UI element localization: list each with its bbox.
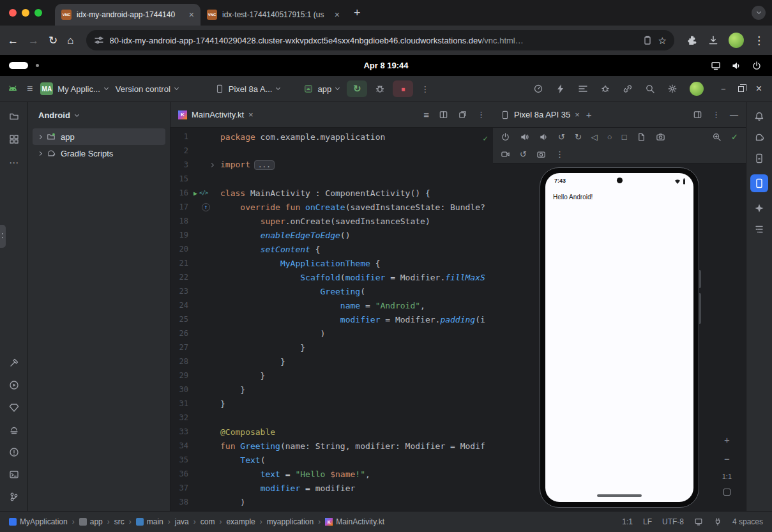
back-button[interactable]: ← [8,35,19,46]
run-gutter-icon[interactable]: ▶ [193,190,197,197]
attach-debugger-icon[interactable] [600,84,610,94]
android-home-icon[interactable]: ○ [607,132,612,142]
screen-record-icon[interactable] [501,149,510,159]
caret-position[interactable]: 1:1 [622,517,633,526]
more-tools-icon[interactable]: ⋯ [9,157,19,169]
code-line[interactable]: 15 [170,172,493,186]
apply-changes-icon[interactable] [556,84,566,94]
tab-close-icon[interactable]: × [189,10,194,20]
logcat-tool-icon[interactable] [9,425,19,435]
code-line[interactable]: 32 [170,411,493,425]
code-line[interactable]: 16▶</>class MainActivity : ComponentActi… [170,186,493,200]
breadcrumb-item[interactable]: example [226,517,255,526]
code-line[interactable]: 17↑ override fun onCreate(savedInstanceS… [170,200,493,214]
zoom-mode-icon[interactable] [712,132,722,142]
breadcrumb-item[interactable]: src [114,517,125,526]
device-power-icon[interactable] [501,132,510,142]
code-line[interactable]: 19 enableEdgeToEdge() [170,228,493,242]
code-line[interactable]: 33@Composable [170,425,493,439]
tab-close-icon[interactable]: × [248,110,254,119]
build-tool-icon[interactable] [9,358,19,368]
plug-icon[interactable] [713,517,722,526]
device-mirroring-icon[interactable] [623,84,633,94]
zoom-in-button[interactable]: + [724,434,730,445]
run-button[interactable]: ↻ [347,80,367,97]
browser-tab-active[interactable]: vnc idx-my-android-app-1744140 × [55,4,201,26]
volume-up-icon[interactable] [520,132,529,142]
site-settings-icon[interactable] [94,35,104,45]
editor-tab-mainactivity[interactable]: K MainActivity.kt × [170,102,261,127]
device-selector[interactable]: Pixel 8a A... [215,84,280,94]
debug-icon[interactable] [375,84,385,94]
volume-icon[interactable] [731,61,741,71]
breadcrumb-item[interactable]: MyApplication [9,517,68,526]
tab-search-button[interactable] [752,6,766,20]
monitor-icon[interactable] [694,517,703,526]
breadcrumb-item[interactable]: main [136,517,163,526]
window-minimize-button[interactable]: − [721,84,726,94]
main-menu-icon[interactable]: ≡ [27,83,33,95]
devices-more-icon[interactable]: ⋮ [712,110,720,119]
toolbar-more-icon[interactable]: ⋮ [421,84,429,94]
code-line[interactable]: 1package com.example.myapplication [170,130,493,144]
breadcrumb-item[interactable]: com [201,517,215,526]
android-back-icon[interactable]: ◁ [591,132,598,142]
fit-to-window-button[interactable] [723,489,730,496]
android-overview-icon[interactable]: □ [622,132,627,142]
volume-down-icon[interactable] [539,132,549,142]
navigation-pill[interactable] [597,494,642,497]
zoom-out-button[interactable]: − [724,453,730,464]
terminal-tool-icon[interactable] [9,469,19,480]
device-manager-icon[interactable] [754,153,764,163]
split-editor-icon[interactable] [439,110,448,119]
tree-item-app[interactable]: app [33,128,165,145]
code-line[interactable]: 34fun Greeting(name: String, modifier: M… [170,439,493,453]
code-line[interactable]: 36 text = "Hello $name!", [170,467,493,481]
chevron-right-icon[interactable] [38,134,42,139]
profile-avatar[interactable] [729,33,744,48]
home-button[interactable]: ⌂ [67,35,73,46]
breadcrumb-item[interactable]: java [175,517,189,526]
device-tab-pixel8a[interactable]: Pixel 8a API 35 × [501,102,580,127]
code-line[interactable]: 27 } [170,340,493,354]
line-separator[interactable]: LF [643,517,652,526]
code-line[interactable]: 21 MyApplicationTheme { [170,256,493,270]
project-widget[interactable]: MA My Applic... [40,82,107,95]
tab-close-icon[interactable]: × [575,110,580,119]
forward-button[interactable]: → [28,35,39,46]
version-control-tool-icon[interactable] [9,492,19,502]
close-window-button[interactable] [9,9,17,17]
device-screen[interactable]: 7:43 Hello Android! [545,173,693,502]
notifications-bell-icon[interactable] [754,111,764,121]
compose-preview-icon[interactable]: </> [199,190,208,196]
add-device-button[interactable]: + [586,109,592,120]
code-line[interactable]: 31} [170,397,493,411]
cast-icon[interactable] [711,61,721,71]
split-layout-icon[interactable] [693,110,702,119]
tree-item-gradle-scripts[interactable]: Gradle Scripts [33,145,165,162]
tool-window-drag-handle[interactable] [0,225,6,248]
code-line[interactable]: 38 ) [170,495,493,509]
snapshot-icon[interactable] [637,132,646,142]
extensions-icon[interactable] [686,34,698,46]
inspections-ok-icon[interactable]: ✓ [483,133,488,143]
code-line[interactable]: 20 setContent { [170,242,493,256]
gemini-icon[interactable] [754,203,764,213]
code-line[interactable]: 24 name = "Android", [170,298,493,312]
app-quality-insights-icon[interactable] [9,402,19,413]
maximize-window-button[interactable] [34,9,42,17]
clipboard-icon[interactable] [642,35,653,45]
build-variants-icon[interactable] [578,84,588,94]
user-avatar[interactable] [690,82,704,96]
code-line[interactable]: 29 } [170,369,493,383]
code-line[interactable]: 30 } [170,383,493,397]
hide-panel-icon[interactable]: — [730,110,738,119]
problems-tool-icon[interactable] [9,447,19,457]
code-line[interactable]: 28 } [170,354,493,369]
resource-manager-icon[interactable] [9,134,19,144]
code-line[interactable]: 35 Text( [170,453,493,467]
minimize-window-button[interactable] [22,9,29,17]
run-tool-icon[interactable] [9,380,19,390]
breadcrumb-item[interactable]: KMainActivity.kt [325,517,384,526]
device-more-icon[interactable]: ⋮ [556,149,564,159]
